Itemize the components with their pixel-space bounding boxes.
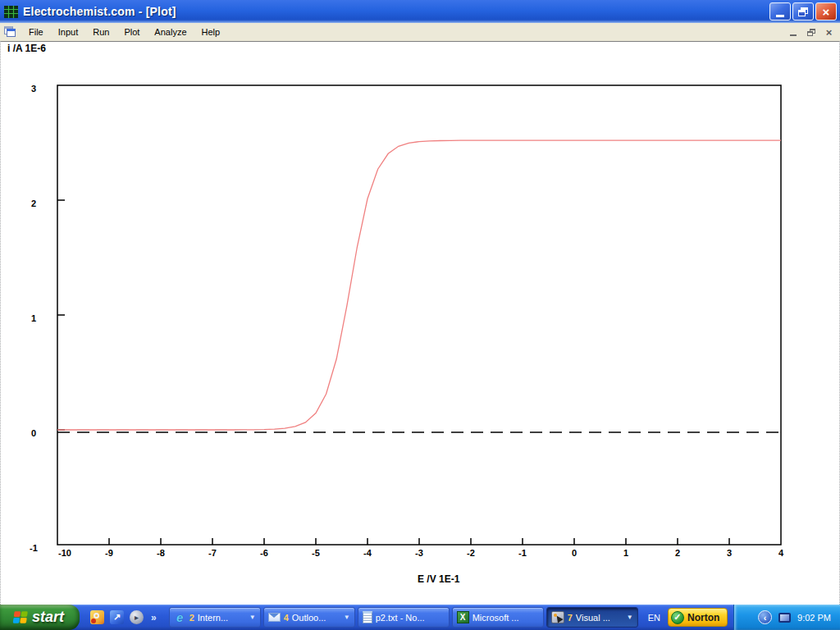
mdi-minimize-button[interactable] — [786, 26, 800, 39]
windows-flag-icon — [11, 610, 28, 625]
plot-client-area — [0, 41, 840, 605]
group-dropdown-icon[interactable]: ▼ — [627, 614, 633, 621]
notepad-icon — [363, 611, 372, 623]
task-button-visual-active[interactable]: 7 Visual ... ▼ — [546, 607, 638, 628]
restore-icon — [798, 7, 808, 16]
media-player-icon[interactable]: ▸ — [130, 610, 144, 624]
norton-check-icon: ✓ — [671, 611, 684, 624]
menu-file[interactable]: File — [21, 24, 51, 40]
menu-analyze[interactable]: Analyze — [147, 24, 194, 40]
system-tray: ‹ 9:02 PM — [733, 605, 840, 630]
start-button[interactable]: start — [0, 605, 80, 630]
x-axis-label: E /V 1E-1 — [418, 573, 459, 585]
y-axis-label: i /A 1E-6 — [7, 43, 46, 54]
menu-run[interactable]: Run — [85, 24, 116, 40]
norton-button[interactable]: ✓ Norton — [668, 608, 728, 627]
task-button-notepad[interactable]: p2.txt - No... — [358, 607, 450, 628]
language-indicator[interactable]: EN — [648, 613, 660, 623]
task-button-outlook[interactable]: 4 Outloo... ▼ — [263, 607, 355, 628]
task-buttons: e 2 Intern... ▼ 4 Outloo... ▼ p2.txt - N… — [169, 607, 638, 628]
search-tool-icon[interactable] — [90, 610, 104, 624]
norton-label: Norton — [687, 612, 719, 623]
launch-browser-icon[interactable]: ↗ — [110, 610, 124, 624]
app-icon — [4, 6, 18, 18]
tray-collapse-chevron-icon[interactable]: ‹ — [758, 610, 772, 624]
quick-launch-overflow-chevron[interactable]: » — [151, 612, 157, 623]
mdi-close-icon: × — [826, 27, 833, 38]
desktop-screen: Electrochemist.com - [Plot] × File Input… — [0, 0, 840, 630]
task-count-badge: 7 — [568, 613, 573, 623]
internet-explorer-icon: e — [174, 611, 186, 624]
task-label: Outloo... — [292, 613, 340, 623]
minimize-button[interactable] — [769, 2, 791, 21]
menu-help[interactable]: Help — [194, 24, 228, 40]
mdi-child-icon[interactable] — [3, 26, 16, 38]
task-label: Microsoft ... — [472, 613, 539, 623]
menu-input[interactable]: Input — [51, 24, 85, 40]
quick-launch-bar: ↗ ▸ » — [90, 610, 157, 624]
minimize-icon — [776, 15, 784, 17]
mdi-close-button[interactable]: × — [822, 26, 836, 39]
mdi-minimize-icon — [790, 34, 797, 36]
restore-button[interactable] — [792, 2, 814, 21]
clock: 9:02 PM — [797, 613, 831, 623]
task-label: p2.txt - No... — [376, 613, 445, 623]
group-dropdown-icon[interactable]: ▼ — [249, 614, 256, 621]
network-computer-tray-icon[interactable] — [778, 613, 791, 623]
task-button-excel[interactable]: X Microsoft ... — [452, 607, 544, 628]
taskbar: start ↗ ▸ » e 2 Intern... ▼ 4 Outloo... … — [0, 605, 840, 630]
task-label: Intern... — [198, 613, 246, 623]
mdi-window-controls: × — [786, 26, 840, 39]
close-button[interactable]: × — [815, 2, 837, 21]
menubar: File Input Run Plot Analyze Help × — [0, 23, 840, 41]
start-label: start — [32, 609, 69, 626]
task-button-internet[interactable]: e 2 Intern... ▼ — [169, 607, 261, 628]
menu-plot[interactable]: Plot — [116, 24, 147, 40]
mdi-restore-button[interactable] — [804, 26, 818, 39]
group-dropdown-icon[interactable]: ▼ — [344, 614, 350, 621]
visual-studio-icon — [551, 611, 564, 623]
task-label: Visual ... — [576, 613, 623, 623]
task-count-badge: 2 — [189, 613, 194, 623]
window-controls: × — [769, 2, 837, 21]
excel-icon: X — [457, 611, 469, 623]
window-title: Electrochemist.com - [Plot] — [23, 5, 176, 18]
close-icon: × — [823, 6, 830, 18]
mdi-restore-icon — [807, 29, 815, 36]
outlook-icon — [268, 613, 281, 622]
task-count-badge: 4 — [284, 613, 289, 623]
titlebar: Electrochemist.com - [Plot] × — [0, 0, 840, 23]
